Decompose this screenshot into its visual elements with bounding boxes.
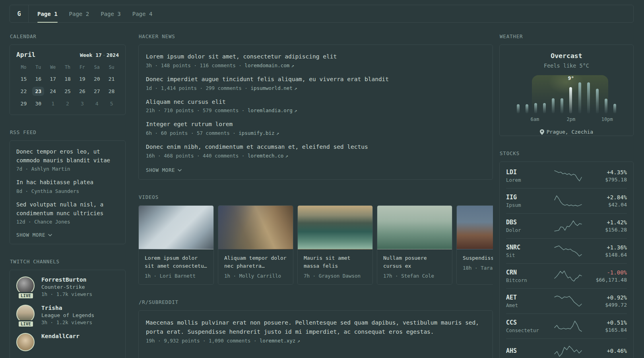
hackernews-widget: Lorem ipsum dolor sit amet, consectetur …: [138, 45, 493, 180]
calendar-day-current[interactable]: 23: [31, 87, 46, 96]
stock-price: $66,171.48: [590, 277, 627, 283]
stock-symbol[interactable]: AHS: [506, 347, 546, 354]
rss-item: Donec tempor eros leo, ut commodo mauris…: [16, 148, 119, 172]
reddit-post-domain[interactable]: loremnet.xyz: [260, 338, 295, 344]
weather-bar: [578, 82, 581, 113]
channel-avatar-image: [16, 333, 35, 351]
calendar-week-label: Week 17: [80, 52, 102, 58]
stock-row[interactable]: AHS +0.46%: [506, 339, 627, 358]
stock-symbol[interactable]: DBS: [506, 219, 546, 226]
weather-bar: [596, 89, 599, 113]
tab-page-1[interactable]: Page 1: [37, 5, 58, 22]
external-link-icon: ↗: [291, 62, 294, 68]
hn-item-meta: 21h · 710 points · 579 comments · loreml…: [146, 107, 485, 113]
rss-item-meta: 12d · Chance Jones: [16, 219, 119, 225]
video-card[interactable]: Suspendisse diam 18h · Tara: [456, 205, 493, 285]
channel-name[interactable]: Trisha: [41, 305, 94, 311]
rss-item-title[interactable]: In hac habitasse platea: [16, 178, 119, 187]
stock-name: Amet: [506, 302, 546, 308]
twitch-channel-row: LIVE Trisha League of Legends 3h · 1.2k …: [16, 305, 119, 325]
hn-item-meta: 3h · 148 points · 116 comments · loremdo…: [146, 62, 485, 68]
hour-label: 2pm: [567, 117, 576, 122]
stock-price: $156.28: [590, 227, 627, 233]
main-column: HACKER NEWS Lorem ipsum dolor sit amet, …: [138, 31, 493, 358]
calendar-year: 2024: [107, 52, 119, 58]
hn-item-domain[interactable]: loremdomain.com: [244, 62, 289, 68]
channel-name[interactable]: KendallCarr: [41, 333, 80, 339]
stock-symbol[interactable]: CCS: [506, 319, 546, 326]
stock-symbol[interactable]: SNRC: [506, 244, 546, 251]
video-meta: 1h · Molly Carrillo: [218, 270, 293, 284]
video-title[interactable]: Suspendisse diam: [457, 249, 493, 262]
stock-symbol[interactable]: LDI: [506, 169, 546, 176]
hn-item-domain[interactable]: loremtech.co: [248, 153, 283, 159]
hackernews-section-title: HACKER NEWS: [139, 33, 493, 39]
stock-row[interactable]: CRNBitcorn -1.00%$66,171.48: [506, 263, 627, 288]
avatar[interactable]: LIVE: [16, 305, 35, 325]
rss-item-title[interactable]: Sed volutpat nulla nisl, a condimentum n…: [16, 200, 119, 218]
hn-item-title[interactable]: Aliquam nec cursus elit: [146, 98, 485, 107]
video-title[interactable]: Nullam posuere cursus ex: [377, 249, 452, 270]
hn-show-more-button[interactable]: SHOW MORE: [146, 167, 485, 173]
tab-page-4[interactable]: Page 4: [132, 5, 153, 22]
hn-item-domain[interactable]: ipsumify.biz: [239, 130, 274, 136]
stock-row[interactable]: AETAmet +0.92%$499.72: [506, 288, 627, 313]
rss-item: Sed volutpat nulla nisl, a condimentum n…: [16, 200, 119, 225]
video-card[interactable]: Mauris sit amet massa felis 7h · Grayson…: [297, 205, 373, 285]
stock-symbol[interactable]: IIG: [506, 194, 546, 201]
video-title[interactable]: Aliquam tempor dolor nec pharetra…: [218, 249, 293, 270]
hn-item-domain[interactable]: loremlandia.org: [248, 107, 293, 113]
map-pin-icon: [540, 129, 544, 135]
stock-symbol[interactable]: AET: [506, 294, 546, 301]
video-thumbnail: [457, 206, 493, 249]
stock-sparkline: [546, 170, 590, 182]
twitch-section-title: TWITCH CHANNELS: [10, 259, 126, 265]
rss-item-title[interactable]: Donec tempor eros leo, ut commodo mauris…: [16, 148, 119, 165]
stock-sparkline: [546, 270, 590, 282]
stock-name: Lorem: [506, 177, 546, 183]
tab-page-2[interactable]: Page 2: [69, 5, 89, 22]
reddit-post-title[interactable]: Maecenas mollis pulvinar erat non posuer…: [146, 318, 485, 337]
calendar-day: 25: [60, 87, 75, 96]
avatar[interactable]: [16, 333, 35, 351]
video-meta: 7h · Grayson Dawson: [298, 270, 372, 284]
video-card[interactable]: Nullam posuere cursus ex 17h · Stefan Co…: [377, 205, 452, 285]
video-card[interactable]: Aliquam tempor dolor nec pharetra… 1h · …: [218, 205, 293, 285]
channel-game[interactable]: Counter-Strike: [41, 284, 92, 290]
stock-name: Consectetur: [506, 327, 546, 333]
stock-row[interactable]: SNRCSit +1.36%$148.64: [506, 238, 627, 263]
calendar-day: 1: [46, 99, 60, 108]
calendar-month[interactable]: April: [16, 51, 35, 58]
stock-symbol[interactable]: CRN: [506, 269, 546, 276]
stock-price: $795.18: [590, 177, 627, 183]
stock-row[interactable]: IIGIpsum +2.84%$42.04: [506, 188, 627, 213]
video-thumbnail: [139, 206, 213, 249]
dashboard-page: { "ui": { "show_more": "SHOW MORE", "ext…: [0, 0, 644, 358]
hn-item-title[interactable]: Lorem ipsum dolor sit amet, consectetur …: [146, 53, 485, 61]
hn-item-title[interactable]: Donec imperdiet augue tincidunt felis al…: [146, 75, 485, 84]
rss-item-meta: 7d · Ashlyn Martin: [16, 166, 119, 172]
chevron-down-icon: [178, 169, 182, 171]
hn-item: Integer eget rutrum lorem 6h · 60 points…: [146, 120, 485, 136]
weather-bars: [517, 82, 616, 113]
stock-row[interactable]: DBSDolor +1.42%$156.28: [506, 213, 627, 238]
stock-row[interactable]: CCSConsectetur +0.51%$165.84: [506, 313, 627, 339]
channel-game[interactable]: League of Legends: [41, 312, 94, 318]
video-title[interactable]: Mauris sit amet massa felis: [298, 249, 372, 270]
tab-page-3[interactable]: Page 3: [101, 5, 121, 22]
twitch-channel-row: LIVE ForrestBurton Counter-Strike 1h · 1…: [16, 276, 119, 297]
avatar[interactable]: LIVE: [16, 276, 35, 297]
app-logo[interactable]: G: [10, 5, 29, 22]
stock-sparkline: [546, 320, 590, 332]
rss-show-more-button[interactable]: SHOW MORE: [16, 232, 119, 238]
hn-item-title[interactable]: Integer eget rutrum lorem: [146, 120, 485, 129]
rss-item-meta: 8d · Cynthia Saunders: [16, 188, 119, 194]
twitch-widget: LIVE ForrestBurton Counter-Strike 1h · 1…: [10, 270, 126, 358]
channel-name[interactable]: ForrestBurton: [41, 276, 92, 283]
video-title[interactable]: Lorem ipsum dolor sit amet consectetu…: [139, 249, 213, 270]
stock-row[interactable]: LDILorem +4.35%$795.18: [506, 163, 627, 188]
hn-item-title[interactable]: Donec enim nibh, condimentum et accumsan…: [146, 143, 485, 152]
weather-location: Prague, Czechia: [506, 129, 627, 135]
video-card[interactable]: Lorem ipsum dolor sit amet consectetu… 1…: [138, 205, 214, 285]
hn-item-domain[interactable]: ipsumworld.net: [250, 85, 292, 91]
